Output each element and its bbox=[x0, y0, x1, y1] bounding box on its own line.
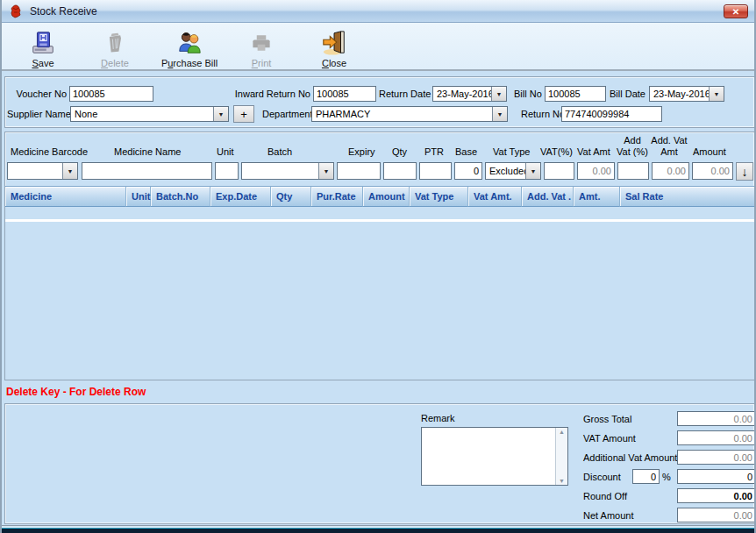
col-sal-rate[interactable]: Sal Rate bbox=[620, 186, 754, 207]
medicine-barcode-label: Medicine Barcode bbox=[11, 146, 88, 157]
supplier-dropdown-icon[interactable]: ▼ bbox=[213, 107, 228, 121]
gross-total-value bbox=[677, 411, 756, 426]
additional-vat-amount-value bbox=[677, 450, 756, 465]
remark-scrollbar[interactable]: ▲ ▼ bbox=[555, 428, 567, 485]
delete-key-hint: Delete Key - For Delete Row bbox=[6, 386, 146, 398]
department-dropdown-icon[interactable]: ▼ bbox=[492, 107, 507, 121]
inward-return-no-input[interactable] bbox=[313, 86, 376, 102]
window-title: Stock Receive bbox=[30, 5, 97, 18]
col-medicine[interactable]: Medicine bbox=[5, 186, 126, 207]
remark-box: ▲ ▼ bbox=[421, 427, 568, 486]
bill-date-dropdown-icon[interactable]: ▼ bbox=[709, 87, 724, 101]
col-vat-amt[interactable]: Vat Amt. bbox=[468, 186, 522, 207]
bill-no-input[interactable] bbox=[545, 86, 606, 102]
batch-dropdown-icon[interactable]: ▼ bbox=[318, 163, 333, 179]
bill-date-label: Bill Date bbox=[610, 89, 645, 99]
base-input[interactable] bbox=[454, 162, 482, 180]
purchase-bill-button[interactable]: Purchase Bill bbox=[151, 25, 228, 68]
close-window-button[interactable]: ✕ bbox=[724, 4, 748, 18]
bill-date-picker[interactable]: 23-May-2016 ▼ bbox=[649, 86, 724, 102]
supplier-name-label: Supplier Name bbox=[7, 109, 71, 119]
discount-label: Discount bbox=[583, 472, 621, 482]
discount-percent-input[interactable] bbox=[632, 469, 660, 484]
col-vat-type[interactable]: Vat Type bbox=[410, 186, 468, 207]
add-vat-pct-input[interactable] bbox=[617, 162, 649, 180]
stock-receive-window: Stock Receive ✕ Save Delete bbox=[0, 0, 756, 533]
plus-icon: + bbox=[240, 108, 247, 121]
voucher-no-label: Voucher No bbox=[9, 89, 67, 99]
add-row-button[interactable]: ↓ bbox=[736, 162, 753, 181]
vat-type-dropdown-icon[interactable]: ▼ bbox=[525, 163, 540, 179]
titlebar: Stock Receive ✕ bbox=[2, 0, 754, 23]
col-amt[interactable]: Amt. bbox=[574, 186, 620, 207]
department-label: Department bbox=[262, 109, 312, 119]
return-date-label: Return Date bbox=[379, 89, 431, 99]
ptr-input[interactable] bbox=[419, 162, 452, 180]
voucher-no-input[interactable] bbox=[69, 86, 153, 102]
return-date-picker[interactable]: 23-May-2016 ▼ bbox=[432, 86, 507, 102]
medicine-name-label: Medicine Name bbox=[114, 146, 181, 157]
col-unit[interactable]: Unit bbox=[126, 186, 151, 207]
col-exp-date[interactable]: Exp.Date bbox=[210, 186, 271, 207]
discount-value[interactable] bbox=[677, 469, 756, 484]
print-button: Print bbox=[237, 25, 286, 68]
close-door-icon bbox=[321, 30, 347, 56]
vat-amount-value bbox=[677, 430, 756, 445]
return-date-dropdown-icon[interactable]: ▼ bbox=[491, 87, 506, 101]
department-combo[interactable]: PHARMACY ▼ bbox=[311, 106, 508, 122]
medicine-barcode-dropdown-icon[interactable]: ▼ bbox=[62, 163, 77, 179]
delete-button: Delete bbox=[88, 25, 142, 68]
inward-return-no-label: Inward Return No bbox=[230, 89, 310, 99]
window-bottom-edge bbox=[2, 525, 754, 533]
add-vat-pct-label: Add Vat (%) bbox=[614, 135, 651, 158]
amount-label: Amount bbox=[693, 146, 726, 157]
down-arrow-icon: ↓ bbox=[742, 165, 748, 179]
vat-amt-input bbox=[577, 162, 615, 180]
scroll-down-icon[interactable]: ▼ bbox=[559, 478, 565, 484]
batch-combo[interactable]: ▼ bbox=[241, 162, 334, 180]
col-batch-no[interactable]: Batch.No bbox=[151, 186, 210, 207]
save-icon bbox=[30, 30, 56, 56]
vat-pct-input[interactable] bbox=[544, 162, 574, 180]
print-icon bbox=[249, 30, 274, 56]
bill-date-value: 23-May-2016 bbox=[650, 89, 709, 99]
net-amount-label: Net Amount bbox=[583, 510, 633, 521]
vat-pct-label: VAT(%) bbox=[540, 146, 573, 157]
scroll-up-icon[interactable]: ▲ bbox=[559, 429, 565, 435]
round-off-label: Round Off bbox=[583, 491, 627, 501]
medicine-name-input[interactable] bbox=[82, 162, 212, 180]
supplier-name-value: None bbox=[71, 109, 213, 119]
return-date-value: 23-May-2016 bbox=[433, 89, 491, 99]
additional-vat-amount-label: Additional Vat Amount bbox=[583, 452, 677, 463]
round-off-value[interactable] bbox=[677, 488, 756, 503]
qty-input[interactable] bbox=[383, 162, 417, 180]
return-no-input[interactable] bbox=[561, 106, 662, 122]
delete-button-label: Delete bbox=[101, 58, 129, 68]
save-button-label: Save bbox=[32, 58, 53, 68]
bill-no-label: Bill No bbox=[514, 89, 542, 99]
expiry-input[interactable] bbox=[337, 162, 381, 180]
ptr-label: PTR bbox=[424, 146, 444, 157]
vat-amt-label: Vat Amt bbox=[577, 146, 610, 157]
supplier-name-combo[interactable]: None ▼ bbox=[70, 106, 229, 122]
toolbar: Save Delete Purchase Bill bbox=[2, 23, 754, 71]
medicine-barcode-combo[interactable]: ▼ bbox=[7, 162, 78, 180]
remark-textarea[interactable] bbox=[422, 428, 555, 485]
vat-type-value: Excluded bbox=[486, 166, 525, 176]
close-button[interactable]: Close bbox=[307, 25, 361, 68]
add-supplier-button[interactable]: + bbox=[233, 105, 254, 123]
grid-row-strip bbox=[5, 207, 754, 219]
totals-panel bbox=[4, 403, 755, 524]
base-label: Base bbox=[455, 146, 477, 157]
vat-type-combo[interactable]: Excluded ▼ bbox=[485, 162, 541, 180]
col-qty[interactable]: Qty bbox=[271, 186, 311, 207]
close-button-label: Close bbox=[322, 58, 346, 68]
col-pur-rate[interactable]: Pur.Rate bbox=[311, 186, 363, 207]
save-button[interactable]: Save bbox=[16, 25, 70, 68]
unit-input[interactable] bbox=[215, 162, 239, 180]
print-button-label: Print bbox=[252, 58, 272, 68]
add-vat-amt-input bbox=[652, 162, 689, 180]
col-add-vat[interactable]: Add. Vat . bbox=[522, 186, 574, 207]
col-amount[interactable]: Amount bbox=[363, 186, 410, 207]
grid-body[interactable] bbox=[5, 222, 754, 380]
